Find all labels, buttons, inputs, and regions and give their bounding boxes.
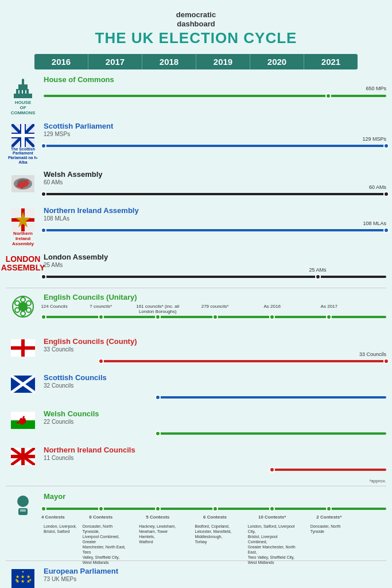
ni-assembly-icon [11,208,34,231]
svg-point-46 [17,496,29,507]
english-unitary-content: English Councils (Unitary) 124 Councils … [40,293,386,326]
english-unitary-title: English Councils (Unitary) [44,293,386,301]
ni-assembly-title: Northern Ireland Assembly [44,206,386,215]
welsh-assembly-icon [11,172,34,195]
london-assembly-title: London Assembly [44,253,386,261]
london-assembly-section: LONDONASSEMBLY London Assembly 25 AMs 25… [0,249,392,285]
english-unitary-section: English Councils (Unitary) 124 Councils … [0,291,392,328]
year-bar: 2016 2017 2018 2019 2020 2021 [34,54,358,69]
ni-councils-sub: 11 Councils [44,455,386,461]
london-assembly-sub: 25 AMs [44,262,386,268]
mayor-icon [11,494,34,517]
european-parliament-icon-col: ★ ★ ★ ★ ★ ★ ★ ★ EUROPEANPARLIAMENT [6,567,40,588]
european-parliament-section: ★ ★ ★ ★ ★ ★ ★ ★ EUROPEANPARLIAMENT Europ… [0,563,392,588]
welsh-assembly-content: Welsh Assembly 60 AMs 60 AMs [40,170,386,200]
european-parliament-icon: ★ ★ ★ ★ ★ ★ ★ ★ [11,569,34,588]
scottish-parliament-icon [11,124,34,147]
svg-rect-1 [16,89,18,95]
english-county-title: English Councils (County) [44,337,386,346]
european-parliament-content: European Parliament 73 UK MEPs [40,567,386,588]
year-2017: 2017 [88,54,142,69]
page-title: THE UK ELECTION CYCLE [0,29,392,47]
scottish-councils-content: Scottish Councils 32 Councils [40,373,386,404]
welsh-councils-section: Welsh Councils 22 Councils [0,406,392,442]
welsh-councils-content: Welsh Councils 22 Councils [40,409,386,440]
welsh-assembly-sub: 60 AMs [44,179,386,185]
english-county-sub: 33 Councils [44,346,386,353]
ni-assembly-sub: 108 MLAs [44,215,386,222]
london-assembly-icon: LONDONASSEMBLY [1,255,45,273]
svg-point-29 [15,308,20,312]
svg-rect-33 [11,346,35,350]
english-county-content: English Councils (County) 33 Councils 33… [40,337,386,368]
brand: democratic dashboard [0,10,392,28]
year-2019: 2019 [196,54,250,69]
approx-note: *approx. [0,478,392,483]
scottish-councils-title: Scottish Councils [44,373,386,382]
divider3 [6,560,386,561]
svg-rect-15 [11,134,34,137]
scottish-councils-icon-col [6,373,40,393]
svg-text:★: ★ [15,578,18,582]
svg-point-28 [26,301,31,305]
year-2020: 2020 [250,54,304,69]
scottish-parliament-section: The Scottish ParliamentPàrlamaid na h-Al… [0,118,392,167]
ni-assembly-section: Northern IrelandAssembly Northern Irelan… [0,203,392,249]
welsh-assembly-title: Welsh Assembly [44,170,386,179]
year-2021: 2021 [304,54,358,69]
scottish-councils-sub: 32 Councils [44,382,386,389]
english-county-icon-col [6,337,40,357]
welsh-assembly-icon-col [6,170,40,195]
brand-line2: dashboard [177,20,215,28]
welsh-councils-title: Welsh Councils [44,409,386,418]
english-unitary-icon-col [6,293,40,318]
svg-point-7 [22,79,24,81]
welsh-councils-sub: 22 Councils [44,419,386,425]
hoc-content: House of Commons 650 MPs [40,75,386,105]
year-2018: 2018 [142,54,196,69]
scottish-parliament-title: Scottish Parliament [44,122,386,130]
hoc-icon-col: HOUSEOFCOMMONS [6,75,40,115]
mayor-title: Mayor [44,492,386,501]
hoc-title: House of Commons [44,75,386,84]
european-parliament-sub: 73 UK MEPs [44,576,386,582]
european-parliament-title: European Parliament [44,567,386,575]
mayor-section: Mayor 4 Contests 8 Contests 5 Contests 6… [0,489,392,558]
scotland-flag-icon [11,376,35,393]
hoc-icon [11,78,34,100]
scottish-councils-section: Scottish Councils 32 Councils [0,370,392,406]
ni-flag-icon [11,448,35,465]
scottish-parliament-label: The Scottish ParliamentPàrlamaid na h-Al… [6,147,40,165]
divider2 [6,486,386,486]
ni-assembly-content: Northern Ireland Assembly 108 MLAs 108 M… [40,206,386,237]
svg-point-27 [15,301,20,305]
ni-councils-title: Northern Ireland Councils [44,446,386,454]
svg-text:★: ★ [29,578,32,582]
ni-councils-content: Northern Ireland Councils 11 Councils [40,446,386,476]
ni-assembly-icon-col: Northern IrelandAssembly [6,206,40,246]
mayor-content: Mayor 4 Contests 8 Contests 5 Contests 6… [40,492,386,558]
svg-point-25 [21,297,25,302]
welsh-councils-icon-col [6,409,40,429]
welsh-assembly-section: Welsh Assembly 60 AMs 60 AMs [0,167,392,203]
scottish-parliament-icon-col: The Scottish ParliamentPàrlamaid na h-Al… [6,122,40,165]
divider1 [6,288,386,288]
svg-rect-45 [11,455,35,458]
svg-point-30 [26,308,31,312]
header: democratic dashboard THE UK ELECTION CYC… [0,6,392,49]
ni-councils-icon-col [6,446,40,465]
scottish-parliament-sub: 129 MSPs [44,131,386,137]
svg-rect-48 [20,509,26,512]
wales-flag-icon [11,412,35,429]
brand-line1: democratic [176,10,216,19]
year-2016: 2016 [34,54,88,69]
london-assembly-content: London Assembly 25 AMs 25 AMs [40,253,386,283]
page: democratic dashboard THE UK ELECTION CYC… [0,0,392,588]
english-county-section: English Councils (County) 33 Councils 33… [0,328,392,370]
ni-assembly-label: Northern IrelandAssembly [6,231,40,246]
hoc-label: HOUSEOFCOMMONS [11,100,36,115]
house-of-commons-section: HOUSEOFCOMMONS House of Commons 650 MPs [0,69,392,118]
mayor-icon-col [6,492,40,517]
scottish-parliament-content: Scottish Parliament 129 MSPs 129 MSPs [40,122,386,152]
english-unitary-icon [11,295,34,318]
